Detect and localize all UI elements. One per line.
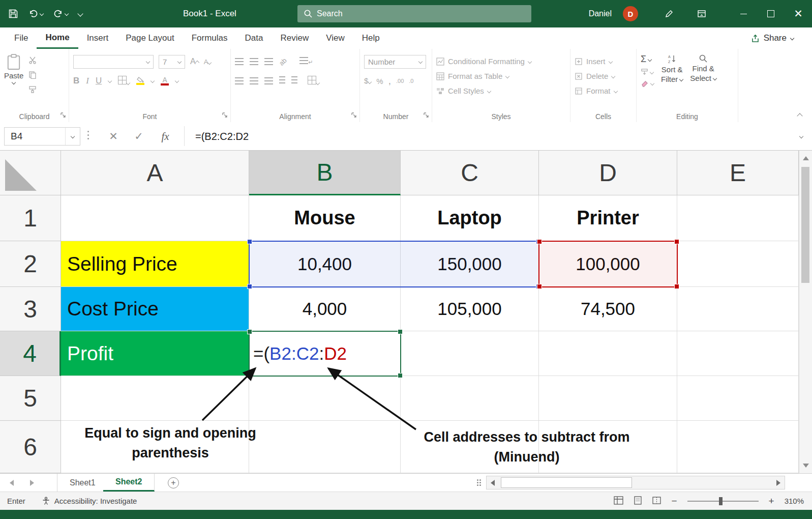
bold-button[interactable]: B — [73, 76, 79, 86]
row-header-6[interactable]: 6 — [0, 421, 61, 473]
zoom-level[interactable]: 310% — [785, 497, 804, 505]
cell-C2[interactable]: 150,000 — [401, 241, 539, 287]
tab-data[interactable]: Data — [236, 27, 272, 49]
align-bottom-button[interactable] — [264, 58, 273, 65]
maximize-button[interactable] — [757, 0, 785, 27]
cell-styles-button[interactable]: Cell Styles — [436, 83, 566, 98]
column-header-E[interactable]: E — [677, 151, 799, 195]
sheet-tab-sheet2[interactable]: Sheet2 — [103, 474, 155, 492]
previous-sheet-button[interactable] — [2, 474, 21, 492]
cell-C4[interactable] — [401, 331, 539, 376]
cancel-entry-button[interactable]: ✕ — [102, 122, 125, 151]
sheet-tab-sheet1[interactable]: Sheet1 — [57, 474, 108, 492]
cell-C1[interactable]: Laptop — [401, 195, 539, 241]
zoom-slider-thumb[interactable] — [719, 497, 723, 505]
borders-button[interactable] — [118, 76, 130, 86]
font-size-combo[interactable]: 7 — [159, 55, 185, 69]
cell-B4-formula-edit[interactable]: =(B2:C2:D2 — [249, 331, 401, 376]
decrease-indent-button[interactable] — [279, 76, 285, 85]
row-header-5[interactable]: 5 — [0, 376, 61, 421]
autosum-button[interactable]: Σ — [641, 54, 654, 65]
normal-view-button[interactable] — [614, 496, 623, 506]
close-button[interactable]: ✕ — [785, 0, 812, 27]
horizontal-scrollbar-thumb[interactable] — [501, 477, 632, 488]
enter-entry-button[interactable]: ✓ — [127, 122, 151, 151]
page-break-preview-button[interactable] — [652, 496, 661, 506]
cell-E2[interactable] — [677, 241, 799, 287]
scroll-up-button[interactable] — [799, 152, 812, 165]
cell-D4[interactable] — [539, 331, 677, 376]
row-header-3[interactable]: 3 — [0, 287, 61, 331]
name-box-chevron[interactable] — [65, 128, 80, 145]
column-header-C[interactable]: C — [401, 151, 539, 195]
clipboard-dialog-launcher[interactable] — [60, 111, 66, 120]
orientation-button[interactable]: ab — [278, 56, 288, 67]
cell-B2[interactable]: 10,400 — [249, 241, 401, 287]
cell-A3[interactable]: Cost Price — [61, 287, 249, 331]
scroll-right-button[interactable] — [772, 476, 785, 489]
name-box[interactable]: B4 — [4, 127, 80, 146]
insert-function-button[interactable]: fx — [154, 122, 177, 151]
column-header-A[interactable]: A — [61, 151, 249, 195]
cell-A5[interactable] — [61, 376, 249, 421]
user-avatar[interactable]: D — [623, 6, 638, 21]
number-format-combo[interactable]: Number — [364, 55, 426, 69]
increase-indent-button[interactable] — [291, 76, 297, 85]
insert-cells-button[interactable]: Insert — [575, 54, 632, 69]
search-box[interactable]: Search — [297, 5, 531, 22]
format-cells-button[interactable]: Format — [575, 83, 632, 98]
tab-home[interactable]: Home — [37, 27, 78, 49]
tab-help[interactable]: Help — [353, 27, 388, 49]
clear-button[interactable] — [641, 79, 654, 88]
share-button[interactable]: Share — [751, 27, 794, 49]
percent-style-button[interactable]: % — [376, 77, 383, 85]
cell-D5[interactable] — [539, 376, 677, 421]
align-top-button[interactable] — [235, 58, 244, 65]
font-dialog-launcher[interactable] — [222, 111, 228, 120]
cell-E6[interactable] — [677, 421, 799, 473]
cell-A1[interactable] — [61, 195, 249, 241]
font-color-button[interactable]: A — [161, 77, 169, 85]
tab-insert[interactable]: Insert — [78, 27, 117, 49]
tab-formulas[interactable]: Formulas — [183, 27, 236, 49]
page-layout-view-button[interactable] — [634, 496, 642, 506]
decrease-decimal-button[interactable]: .0 — [409, 78, 413, 84]
sort-filter-button[interactable]: AZ Sort & Filter — [661, 54, 683, 88]
format-as-table-button[interactable]: Format as Table — [436, 69, 566, 83]
customize-quick-access-button[interactable] — [78, 12, 82, 16]
row-header-1[interactable]: 1 — [0, 195, 61, 241]
formula-bar-input[interactable]: =(B2:C2:D2 — [195, 122, 249, 151]
tab-review[interactable]: Review — [272, 27, 317, 49]
cell-D1[interactable]: Printer — [539, 195, 677, 241]
conditional-formatting-button[interactable]: Conditional Formatting — [436, 54, 566, 69]
align-right-button[interactable] — [264, 77, 273, 84]
column-header-D[interactable]: D — [539, 151, 677, 195]
copy-button[interactable] — [28, 71, 37, 81]
vertical-scrollbar-thumb[interactable] — [801, 167, 809, 283]
cut-button[interactable] — [28, 56, 37, 66]
scroll-down-button[interactable] — [799, 459, 812, 472]
delete-cells-button[interactable]: Delete — [575, 69, 632, 83]
font-name-combo[interactable] — [73, 55, 154, 69]
cell-E1[interactable] — [677, 195, 799, 241]
cell-B1[interactable]: Mouse — [249, 195, 401, 241]
increase-font-size-button[interactable]: A — [190, 57, 199, 66]
select-all-button[interactable] — [0, 151, 61, 195]
tab-view[interactable]: View — [317, 27, 353, 49]
cell-A2[interactable]: Selling Price — [61, 241, 249, 287]
zoom-slider[interactable] — [687, 501, 759, 502]
underline-button[interactable]: U — [96, 76, 102, 86]
ribbon-display-options-button[interactable] — [697, 9, 706, 18]
wrap-text-button[interactable]: ↵ — [299, 57, 313, 66]
row-header-4[interactable]: 4 — [0, 331, 61, 376]
accounting-format-button[interactable]: $ — [364, 76, 371, 85]
minimize-button[interactable] — [730, 0, 757, 27]
cell-D3[interactable]: 74,500 — [539, 287, 677, 331]
expand-formula-bar-button[interactable] — [800, 122, 803, 151]
align-middle-button[interactable] — [250, 58, 258, 65]
accessibility-checker-button[interactable]: Accessibility: Investigate — [42, 497, 137, 505]
fill-color-button[interactable] — [136, 77, 144, 85]
save-button[interactable] — [8, 9, 18, 19]
fill-button[interactable] — [641, 68, 654, 76]
user-name[interactable]: Daniel — [589, 9, 612, 18]
